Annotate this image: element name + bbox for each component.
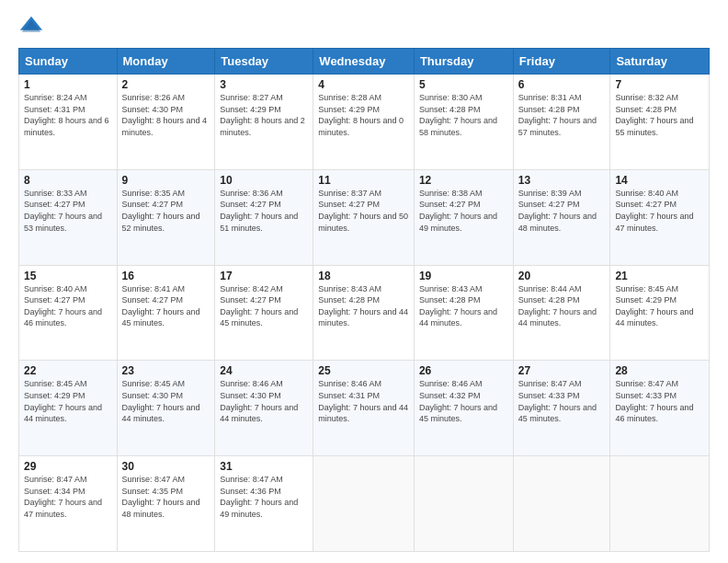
day-number: 16 [122, 270, 210, 282]
day-number: 3 [220, 78, 308, 91]
day-info: Sunrise: 8:28 AMSunset: 4:29 PMDaylight:… [318, 93, 404, 137]
day-number: 4 [318, 78, 409, 91]
day-number: 2 [122, 78, 210, 91]
day-cell [513, 456, 610, 552]
day-info: Sunrise: 8:41 AMSunset: 4:27 PMDaylight:… [122, 284, 200, 328]
day-number: 5 [419, 78, 508, 91]
day-cell: 17Sunrise: 8:42 AMSunset: 4:27 PMDayligh… [215, 265, 313, 361]
day-info: Sunrise: 8:47 AMSunset: 4:36 PMDaylight:… [220, 475, 298, 519]
day-number: 26 [419, 364, 508, 377]
day-number: 30 [122, 460, 210, 473]
header-cell-wednesday: Wednesday [313, 49, 415, 75]
day-number: 28 [615, 364, 704, 377]
day-info: Sunrise: 8:35 AMSunset: 4:27 PMDaylight:… [122, 189, 200, 233]
day-cell: 23Sunrise: 8:45 AMSunset: 4:30 PMDayligh… [117, 361, 215, 456]
day-cell: 2Sunrise: 8:26 AMSunset: 4:30 PMDaylight… [117, 75, 215, 170]
day-number: 27 [518, 364, 606, 377]
day-info: Sunrise: 8:47 AMSunset: 4:34 PMDaylight:… [24, 475, 102, 519]
day-cell [414, 456, 513, 552]
day-number: 31 [220, 460, 308, 473]
day-number: 9 [122, 174, 210, 187]
logo [18, 15, 48, 40]
day-info: Sunrise: 8:45 AMSunset: 4:29 PMDaylight:… [24, 379, 102, 423]
day-cell: 20Sunrise: 8:44 AMSunset: 4:28 PMDayligh… [513, 265, 610, 361]
day-number: 1 [24, 78, 112, 91]
day-cell: 1Sunrise: 8:24 AMSunset: 4:31 PMDaylight… [19, 75, 118, 170]
day-number: 6 [518, 78, 606, 91]
day-cell: 12Sunrise: 8:38 AMSunset: 4:27 PMDayligh… [414, 169, 513, 265]
logo-icon [18, 15, 44, 40]
day-cell: 8Sunrise: 8:33 AMSunset: 4:27 PMDaylight… [19, 169, 118, 265]
day-info: Sunrise: 8:33 AMSunset: 4:27 PMDaylight:… [24, 189, 102, 233]
week-row-2: 8Sunrise: 8:33 AMSunset: 4:27 PMDaylight… [19, 169, 710, 265]
day-number: 25 [318, 364, 409, 377]
day-number: 19 [419, 270, 508, 282]
day-cell: 22Sunrise: 8:45 AMSunset: 4:29 PMDayligh… [19, 361, 118, 456]
header-cell-thursday: Thursday [414, 49, 513, 75]
day-info: Sunrise: 8:39 AMSunset: 4:27 PMDaylight:… [518, 189, 597, 233]
day-info: Sunrise: 8:27 AMSunset: 4:29 PMDaylight:… [220, 93, 305, 137]
day-number: 15 [24, 270, 112, 282]
day-info: Sunrise: 8:36 AMSunset: 4:27 PMDaylight:… [220, 189, 298, 233]
day-info: Sunrise: 8:38 AMSunset: 4:27 PMDaylight:… [419, 189, 497, 233]
day-info: Sunrise: 8:32 AMSunset: 4:28 PMDaylight:… [615, 93, 693, 137]
day-cell: 18Sunrise: 8:43 AMSunset: 4:28 PMDayligh… [313, 265, 415, 361]
day-info: Sunrise: 8:24 AMSunset: 4:31 PMDaylight:… [24, 93, 109, 137]
day-info: Sunrise: 8:45 AMSunset: 4:30 PMDaylight:… [122, 379, 200, 423]
day-number: 13 [518, 174, 606, 187]
page: SundayMondayTuesdayWednesdayThursdayFrid… [0, 0, 728, 563]
day-cell: 15Sunrise: 8:40 AMSunset: 4:27 PMDayligh… [19, 265, 118, 361]
day-number: 10 [220, 174, 308, 187]
day-cell: 5Sunrise: 8:30 AMSunset: 4:28 PMDaylight… [414, 75, 513, 170]
day-cell: 16Sunrise: 8:41 AMSunset: 4:27 PMDayligh… [117, 265, 215, 361]
calendar: SundayMondayTuesdayWednesdayThursdayFrid… [18, 48, 710, 552]
day-number: 11 [318, 174, 409, 187]
day-number: 12 [419, 174, 508, 187]
day-cell: 3Sunrise: 8:27 AMSunset: 4:29 PMDaylight… [215, 75, 313, 170]
day-cell [610, 456, 710, 552]
week-row-5: 29Sunrise: 8:47 AMSunset: 4:34 PMDayligh… [19, 456, 710, 552]
day-number: 18 [318, 270, 409, 282]
day-info: Sunrise: 8:37 AMSunset: 4:27 PMDaylight:… [318, 189, 408, 233]
day-info: Sunrise: 8:31 AMSunset: 4:28 PMDaylight:… [518, 93, 597, 137]
day-cell: 14Sunrise: 8:40 AMSunset: 4:27 PMDayligh… [610, 169, 710, 265]
day-info: Sunrise: 8:46 AMSunset: 4:30 PMDaylight:… [220, 379, 298, 423]
calendar-header-row: SundayMondayTuesdayWednesdayThursdayFrid… [19, 49, 710, 75]
day-number: 20 [518, 270, 606, 282]
day-cell [313, 456, 415, 552]
day-cell: 25Sunrise: 8:46 AMSunset: 4:31 PMDayligh… [313, 361, 415, 456]
day-info: Sunrise: 8:40 AMSunset: 4:27 PMDaylight:… [615, 189, 693, 233]
day-cell: 24Sunrise: 8:46 AMSunset: 4:30 PMDayligh… [215, 361, 313, 456]
week-row-1: 1Sunrise: 8:24 AMSunset: 4:31 PMDaylight… [19, 75, 710, 170]
day-info: Sunrise: 8:46 AMSunset: 4:31 PMDaylight:… [318, 379, 408, 423]
day-info: Sunrise: 8:47 AMSunset: 4:33 PMDaylight:… [518, 379, 597, 423]
header-cell-saturday: Saturday [610, 49, 710, 75]
calendar-table: SundayMondayTuesdayWednesdayThursdayFrid… [18, 48, 710, 552]
day-cell: 10Sunrise: 8:36 AMSunset: 4:27 PMDayligh… [215, 169, 313, 265]
day-number: 17 [220, 270, 308, 282]
day-number: 22 [24, 364, 112, 377]
day-cell: 29Sunrise: 8:47 AMSunset: 4:34 PMDayligh… [19, 456, 118, 552]
day-info: Sunrise: 8:47 AMSunset: 4:33 PMDaylight:… [615, 379, 693, 423]
day-cell: 4Sunrise: 8:28 AMSunset: 4:29 PMDaylight… [313, 75, 415, 170]
day-info: Sunrise: 8:40 AMSunset: 4:27 PMDaylight:… [24, 284, 102, 328]
day-info: Sunrise: 8:46 AMSunset: 4:32 PMDaylight:… [419, 379, 497, 423]
day-cell: 27Sunrise: 8:47 AMSunset: 4:33 PMDayligh… [513, 361, 610, 456]
day-cell: 31Sunrise: 8:47 AMSunset: 4:36 PMDayligh… [215, 456, 313, 552]
day-info: Sunrise: 8:26 AMSunset: 4:30 PMDaylight:… [122, 93, 208, 137]
day-info: Sunrise: 8:45 AMSunset: 4:29 PMDaylight:… [615, 284, 693, 328]
header-cell-monday: Monday [117, 49, 215, 75]
day-cell: 21Sunrise: 8:45 AMSunset: 4:29 PMDayligh… [610, 265, 710, 361]
header-cell-friday: Friday [513, 49, 610, 75]
day-info: Sunrise: 8:47 AMSunset: 4:35 PMDaylight:… [122, 475, 200, 519]
day-number: 29 [24, 460, 112, 473]
week-row-4: 22Sunrise: 8:45 AMSunset: 4:29 PMDayligh… [19, 361, 710, 456]
day-info: Sunrise: 8:42 AMSunset: 4:27 PMDaylight:… [220, 284, 298, 328]
day-info: Sunrise: 8:30 AMSunset: 4:28 PMDaylight:… [419, 93, 497, 137]
day-number: 8 [24, 174, 112, 187]
week-row-3: 15Sunrise: 8:40 AMSunset: 4:27 PMDayligh… [19, 265, 710, 361]
day-cell: 19Sunrise: 8:43 AMSunset: 4:28 PMDayligh… [414, 265, 513, 361]
day-number: 21 [615, 270, 704, 282]
day-number: 14 [615, 174, 704, 187]
day-number: 23 [122, 364, 210, 377]
